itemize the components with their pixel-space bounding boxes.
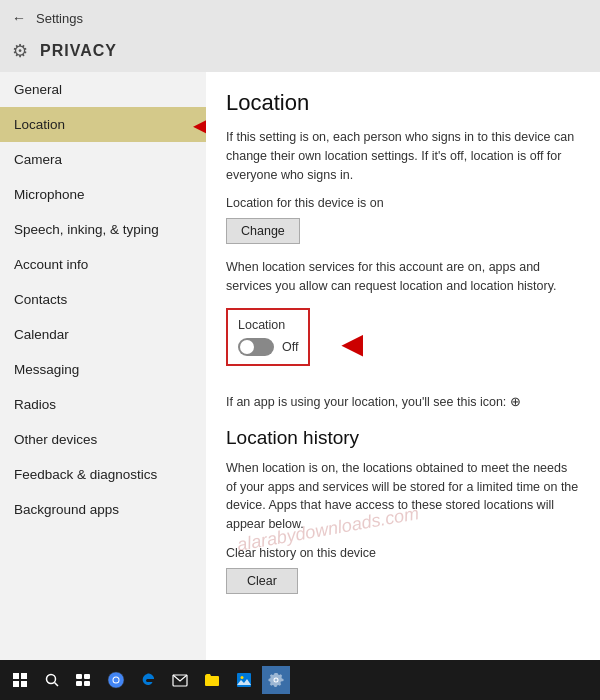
privacy-label: PRIVACY — [40, 42, 117, 60]
sidebar-item-radios[interactable]: Radios — [0, 387, 206, 422]
main-area: General Location ◀ Camera Microphone Spe… — [0, 72, 600, 660]
sidebar-item-location[interactable]: Location ◀ — [0, 107, 206, 142]
services-text: When location services for this account … — [226, 258, 580, 296]
sidebar-item-other-devices[interactable]: Other devices — [0, 422, 206, 457]
change-button[interactable]: Change — [226, 218, 300, 244]
svg-rect-5 — [84, 681, 90, 686]
back-button[interactable]: ← — [12, 10, 26, 26]
sidebar-item-contacts[interactable]: Contacts — [0, 282, 206, 317]
location-arrow-icon: ◀ — [193, 113, 206, 137]
svg-point-0 — [47, 675, 56, 684]
svg-line-1 — [55, 683, 59, 687]
svg-point-11 — [241, 676, 244, 679]
svg-rect-2 — [76, 674, 82, 679]
device-status-label: Location for this device is on — [226, 196, 580, 210]
sidebar-item-messaging[interactable]: Messaging — [0, 352, 206, 387]
taskbar-mail[interactable] — [166, 666, 194, 694]
content-panel: Location If this setting is on, each per… — [206, 72, 600, 660]
clear-button[interactable]: Clear — [226, 568, 298, 594]
history-title: Location history — [226, 427, 580, 449]
taskbar-settings[interactable] — [262, 666, 290, 694]
sidebar: General Location ◀ Camera Microphone Spe… — [0, 72, 206, 660]
location-toggle[interactable] — [238, 338, 274, 356]
taskbar — [0, 660, 600, 700]
privacy-gear-icon: ⚙ — [12, 40, 28, 62]
title-bar: ← Settings — [0, 0, 600, 36]
icon-info-text: If an app is using your location, you'll… — [226, 394, 580, 409]
toggle-wrapper: Location Off ◀ — [226, 308, 310, 380]
taskbar-taskview[interactable] — [70, 666, 98, 694]
location-toggle-box: Location Off — [226, 308, 310, 366]
taskbar-photos[interactable] — [230, 666, 258, 694]
header-bar: ⚙ PRIVACY — [0, 36, 600, 72]
sidebar-item-general[interactable]: General — [0, 72, 206, 107]
taskbar-browser-chrome[interactable] — [102, 666, 130, 694]
svg-point-8 — [114, 678, 119, 683]
svg-rect-3 — [84, 674, 90, 679]
intro-text: If this setting is on, each person who s… — [226, 128, 580, 184]
toggle-state-label: Off — [282, 340, 298, 354]
taskbar-edge[interactable] — [134, 666, 162, 694]
sidebar-item-calendar[interactable]: Calendar — [0, 317, 206, 352]
sidebar-item-speech[interactable]: Speech, inking, & typing — [0, 212, 206, 247]
toggle-label: Location — [238, 318, 298, 332]
start-button[interactable] — [6, 666, 34, 694]
sidebar-item-account-info[interactable]: Account info — [0, 247, 206, 282]
window-title: Settings — [36, 11, 83, 26]
clear-history-label: Clear history on this device — [226, 546, 580, 560]
svg-rect-4 — [76, 681, 82, 686]
sidebar-item-microphone[interactable]: Microphone — [0, 177, 206, 212]
toggle-arrow-icon: ◀ — [342, 328, 362, 359]
toggle-row: Off — [238, 338, 298, 356]
sidebar-item-background-apps[interactable]: Background apps — [0, 492, 206, 527]
taskbar-search[interactable] — [38, 666, 66, 694]
history-text: When location is on, the locations obtai… — [226, 459, 580, 534]
taskbar-file-explorer[interactable] — [198, 666, 226, 694]
sidebar-item-camera[interactable]: Camera — [0, 142, 206, 177]
sidebar-item-feedback[interactable]: Feedback & diagnostics — [0, 457, 206, 492]
page-title: Location — [226, 90, 580, 116]
